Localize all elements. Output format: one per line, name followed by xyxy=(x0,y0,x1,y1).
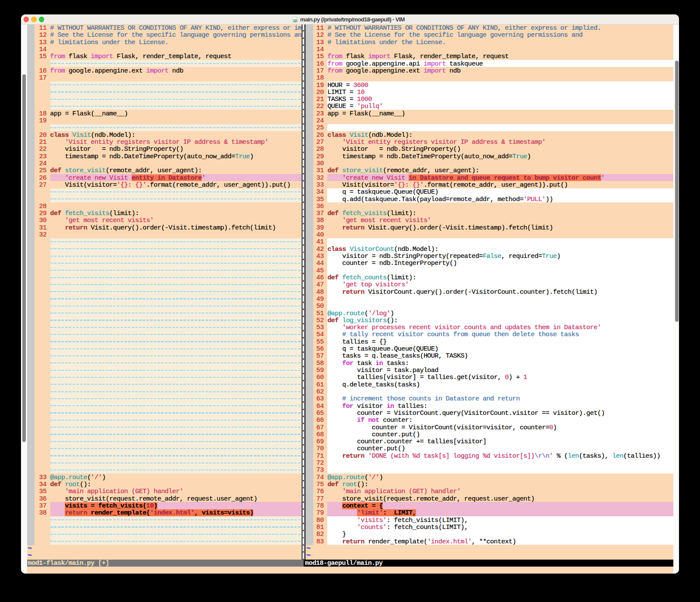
svg-text:PY: PY xyxy=(294,19,297,22)
